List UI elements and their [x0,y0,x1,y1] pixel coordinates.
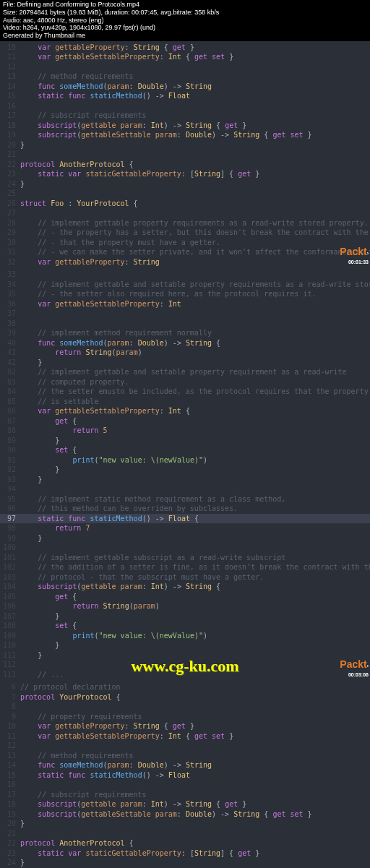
code-line: 25 [0,189,370,199]
line-number: 11 [0,52,20,62]
line-number: 104 [0,582,20,592]
line-number: 25 [0,189,20,199]
code-line: 94 [0,484,370,494]
line-number: 11 [0,731,20,742]
code-text: // subscript requirements [20,790,370,800]
line-number: 32 [0,257,20,267]
line-number: 26 [0,199,20,209]
code-line: 37 [0,309,370,319]
line-number: 27 [0,208,20,218]
code-line: 30 // - that the property must have a ge… [0,238,370,248]
line-number: 94 [0,484,20,494]
code-line: 109 print("new value: \(newValue)") [0,631,370,641]
code-line: 32 var gettableProperty: String [0,257,370,267]
code-text: var gettableSettableProperty: Int { get … [20,52,370,62]
code-line: 13 // method requirements [0,72,370,82]
code-text: subscript(gettable param: Int) -> String… [20,799,370,809]
code-text: // implement gettable and settable prope… [20,280,370,290]
code-line: 24} [0,858,370,868]
line-number: 105 [0,592,20,602]
line-number: 20 [0,140,20,150]
code-text: } [20,650,370,661]
code-line: 87 get { [0,416,370,426]
code-line: 10 var gettableProperty: String { get } [0,721,370,731]
code-line: 15 static func staticMethod() -> Float [0,770,370,781]
line-number: 37 [0,309,20,319]
code-text: func someMethod(param: Double) -> String [20,760,370,770]
code-text [20,62,370,72]
code-text: get { [20,592,370,602]
code-text: return 5 [20,426,370,436]
line-number: 101 [0,553,20,563]
code-line: 110 } [0,640,370,650]
code-line: 22protocol AnotherProtocol { [0,838,370,848]
code-text: protocol YourProtocol { [20,692,370,702]
code-line: 39 // implement method requirement norma… [0,328,370,338]
code-text: print("new value: \(newValue)") [20,631,370,641]
line-number: 18 [0,799,20,809]
code-text: // protocol - that the subscript must ha… [20,572,370,583]
code-line: 9 // property requirements [0,712,370,722]
line-number: 31 [0,247,20,257]
code-panel: 3334 // implement gettable and settable … [0,268,370,681]
code-text: // method requirements [20,751,370,761]
packt-logo: Packt›00:01:33 [340,245,369,265]
code-line: 6// protocol declaration [0,682,370,692]
line-number: 85 [0,397,20,407]
meta-video: Video: h264, yuv420p, 1904x1080, 29.97 f… [3,24,367,32]
line-number: 9 [0,712,20,722]
code-text: return String(param) [20,601,370,611]
code-text: subscript(gettable param: Int) -> String… [20,582,370,592]
code-line: 17 // subscript requirements [0,790,370,800]
code-text: // implement gettable and settable prope… [20,367,370,377]
line-number: 110 [0,640,20,650]
code-line: 111 } [0,650,370,661]
line-number: 17 [0,790,20,800]
code-text: static var staticGettableProperty: [Stri… [20,169,370,179]
line-number: 83 [0,377,20,387]
timestamp-label: 00:03:06 [340,671,369,678]
code-text: // - that the property must have a gette… [20,238,370,248]
code-text: var gettableSettableProperty: Int [20,299,370,309]
code-text [20,101,370,111]
code-line: 11 var gettableSettableProperty: Int { g… [0,52,370,62]
code-text: // implement gettable property requireme… [20,218,370,228]
code-line: 15 static func staticMethod() -> Float [0,91,370,101]
code-line: 19 subscript(gettableSettable param: Dou… [0,809,370,820]
line-number: 40 [0,338,20,348]
code-line: 41 return String(param) [0,348,370,358]
code-line: 95 // implement static method requiremen… [0,494,370,504]
code-text: static func staticMethod() -> Float [20,770,370,781]
line-number: 91 [0,455,20,465]
code-line: 88 return 5 [0,426,370,436]
code-line: 22protocol AnotherProtocol { [0,160,370,170]
code-line: 21 [0,829,370,839]
code-line: 113 // ... [0,670,370,680]
code-text [20,319,370,329]
line-number: 22 [0,160,20,170]
code-text: // implement static method requirement a… [20,494,370,504]
code-text: subscript(gettable param: Int) -> String… [20,121,370,131]
line-number: 14 [0,82,20,92]
code-text: var gettableProperty: String { get } [20,43,370,53]
code-line: 14 func someMethod(param: Double) -> Str… [0,760,370,770]
code-text: // - the setter also required here, as t… [20,289,370,299]
code-line: 86 var gettableSettableProperty: Int { [0,406,370,416]
code-text: // computed property. [20,377,370,387]
code-line: 13 // method requirements [0,751,370,761]
code-text: return 7 [20,523,370,533]
code-text: } [20,611,370,622]
code-text: static var staticGettableProperty: [Stri… [20,848,370,859]
code-text: // protocol declaration [20,682,370,692]
code-text [20,270,370,280]
code-line: 38 [0,319,370,329]
line-number: 21 [0,829,20,839]
line-number: 16 [0,101,20,111]
line-number: 23 [0,848,20,859]
code-line: 108 set { [0,621,370,631]
packt-label: Packt [340,658,366,670]
code-text: // implement method requirement normally [20,328,370,338]
code-text: // is settable [20,397,370,407]
line-number: 17 [0,111,20,121]
line-number: 8 [0,702,20,712]
